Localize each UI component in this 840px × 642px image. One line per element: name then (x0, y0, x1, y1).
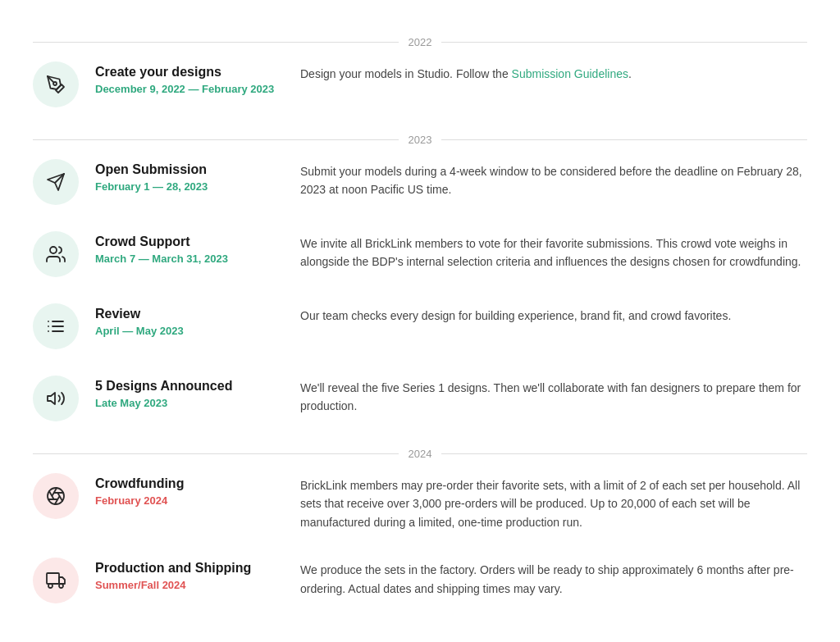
svg-point-13 (48, 584, 52, 588)
design-icon (33, 61, 79, 107)
announce-icon (33, 376, 79, 421)
item-description: We'll reveal the five Series 1 designs. … (300, 376, 807, 416)
year-line-left (33, 139, 399, 140)
item-title-block: Review April — May 2023 (95, 303, 276, 337)
year-label: 2024 (409, 448, 432, 460)
review-icon (33, 303, 79, 349)
timeline-item-crowd-support: Crowd Support March 7 — March 31, 2023 W… (33, 231, 807, 284)
year-label: 2023 (409, 134, 432, 146)
svg-point-0 (53, 82, 57, 85)
timeline-container: 2022 Create your designs December 9, 202… (33, 36, 807, 610)
item-description: Our team checks every design for buildin… (300, 303, 807, 325)
svg-rect-12 (47, 573, 59, 584)
year-line-left (33, 42, 399, 43)
item-date: March 7 — March 31, 2023 (95, 253, 276, 265)
year-line-right (441, 139, 807, 140)
item-title-block: Crowdfunding February 2024 (95, 473, 276, 507)
item-title: Crowd Support (95, 234, 276, 249)
svg-point-14 (59, 584, 63, 588)
shipping-icon (33, 558, 79, 603)
timeline-item-create-designs: Create your designs December 9, 2022 — F… (33, 61, 807, 114)
item-date: Late May 2023 (95, 397, 276, 409)
year-line-right (441, 42, 807, 43)
year-line-right (441, 453, 807, 454)
svg-marker-10 (48, 393, 55, 404)
item-description: Submit your models during a 4-week windo… (300, 159, 807, 199)
year-divider-2023: 2023 (33, 134, 807, 146)
year-line-left (33, 453, 399, 454)
item-title: Crowdfunding (95, 476, 276, 491)
year-divider-2024: 2024 (33, 448, 807, 460)
item-title: Production and Shipping (95, 561, 276, 576)
item-title: 5 Designs Announced (95, 379, 276, 394)
item-description: We invite all BrickLink members to vote … (300, 231, 807, 271)
item-title-block: Create your designs December 9, 2022 — F… (95, 61, 276, 95)
year-divider-2022: 2022 (33, 36, 807, 48)
item-date: December 9, 2022 — February 2023 (95, 83, 276, 95)
timeline-item-production-shipping: Production and Shipping Summer/Fall 2024… (33, 558, 807, 610)
submission-icon (33, 159, 79, 205)
crowdfunding-icon (33, 473, 79, 519)
item-description: We produce the sets in the factory. Orde… (300, 558, 807, 598)
item-description: Design your models in Studio. Follow the… (300, 61, 807, 83)
item-title: Create your designs (95, 65, 276, 80)
submission-guidelines-link[interactable]: Submission Guidelines (512, 67, 628, 80)
timeline-item-crowdfunding: Crowdfunding February 2024 BrickLink mem… (33, 473, 807, 538)
item-date: February 1 — 28, 2023 (95, 180, 276, 193)
item-date: February 2024 (95, 494, 276, 507)
crowd-icon (33, 231, 79, 277)
svg-point-3 (50, 247, 57, 253)
timeline-item-review: Review April — May 2023 Our team checks … (33, 303, 807, 356)
item-title: Open Submission (95, 162, 276, 177)
item-title-block: Crowd Support March 7 — March 31, 2023 (95, 231, 276, 265)
item-date: April — May 2023 (95, 325, 276, 337)
item-title-block: Open Submission February 1 — 28, 2023 (95, 159, 276, 193)
item-title-block: 5 Designs Announced Late May 2023 (95, 376, 276, 409)
timeline-item-open-submission: Open Submission February 1 — 28, 2023 Su… (33, 159, 807, 212)
year-label: 2022 (409, 36, 432, 48)
item-title-block: Production and Shipping Summer/Fall 2024 (95, 558, 276, 591)
item-date: Summer/Fall 2024 (95, 579, 276, 591)
timeline-item-designs-announced: 5 Designs Announced Late May 2023 We'll … (33, 376, 807, 428)
item-title: Review (95, 307, 276, 321)
item-description: BrickLink members may pre-order their fa… (300, 473, 807, 531)
